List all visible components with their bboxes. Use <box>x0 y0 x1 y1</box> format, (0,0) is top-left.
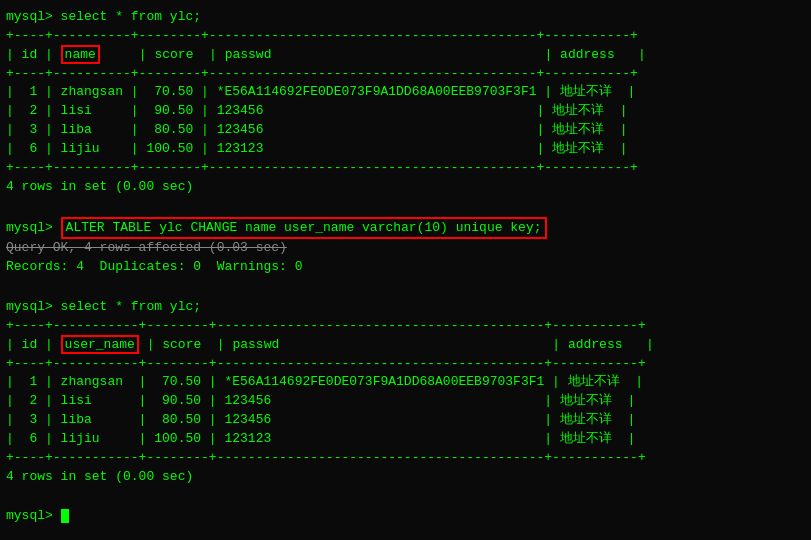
alter-cmd-line: mysql> ALTER TABLE ylc CHANGE name user_… <box>6 217 805 239</box>
table1-bottom: +----+----------+--------+--------------… <box>6 159 805 178</box>
terminal: mysql> select * from ylc; +----+--------… <box>6 8 805 526</box>
table1-sep: +----+----------+--------+--------------… <box>6 65 805 84</box>
final-prompt: mysql> <box>6 507 805 526</box>
table2-row1: | 1 | zhangsan | 70.50 | *E56A114692FE0D… <box>6 373 805 392</box>
blank1 <box>6 198 805 217</box>
table2-row2: | 2 | lisi | 90.50 | 123456 | 地址不详 | <box>6 392 805 411</box>
table1-top: +----+----------+--------+--------------… <box>6 27 805 46</box>
table2-result: 4 rows in set (0.00 sec) <box>6 468 805 487</box>
table1-row2: | 2 | lisi | 90.50 | 123456 | 地址不详 | <box>6 102 805 121</box>
prompt-line-1: mysql> select * from ylc; <box>6 8 805 27</box>
table1-header: | id | name | score | passwd | address | <box>6 46 805 65</box>
blank3 <box>6 488 805 507</box>
blank2 <box>6 279 805 298</box>
table2-sep: +----+-----------+--------+-------------… <box>6 355 805 374</box>
table2-bottom: +----+-----------+--------+-------------… <box>6 449 805 468</box>
table1-row4: | 6 | lijiu | 100.50 | 123123 | 地址不详 | <box>6 140 805 159</box>
section1: mysql> select * from ylc; +----+--------… <box>6 8 805 196</box>
table2-row3: | 3 | liba | 80.50 | 123456 | 地址不详 | <box>6 411 805 430</box>
table1-row3: | 3 | liba | 80.50 | 123456 | 地址不详 | <box>6 121 805 140</box>
section2: mysql> ALTER TABLE ylc CHANGE name user_… <box>6 217 805 277</box>
table2-header: | id | user_name | score | passwd | addr… <box>6 336 805 355</box>
records-line: Records: 4 Duplicates: 0 Warnings: 0 <box>6 258 805 277</box>
table1-row1: | 1 | zhangsan | 70.50 | *E56A114692FE0D… <box>6 83 805 102</box>
table2-top: +----+-----------+--------+-------------… <box>6 317 805 336</box>
section3: mysql> select * from ylc; +----+--------… <box>6 298 805 486</box>
table1-result: 4 rows in set (0.00 sec) <box>6 178 805 197</box>
table2-row4: | 6 | lijiu | 100.50 | 123123 | 地址不详 | <box>6 430 805 449</box>
prompt-line-2: mysql> select * from ylc; <box>6 298 805 317</box>
cursor <box>61 509 69 523</box>
section4: mysql> <box>6 507 805 526</box>
query-ok-line: Query OK, 4 rows affected (0.03 sec) <box>6 239 805 258</box>
